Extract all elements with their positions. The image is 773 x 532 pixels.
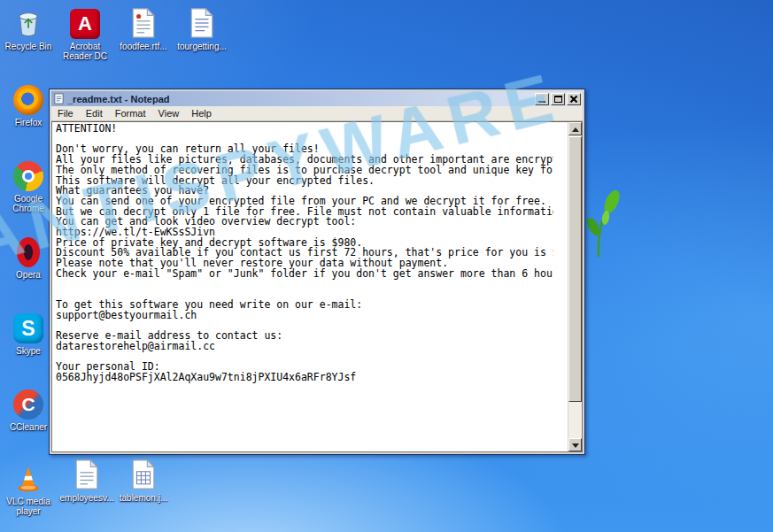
desktop-icon-label: employeesv...: [58, 493, 115, 503]
rtf-document-icon: [131, 7, 156, 39]
document-icon: [131, 459, 156, 490]
icon-art-wrap: [58, 455, 115, 490]
desktop-icon-foodfee-rtf[interactable]: foodfee.rtf...: [115, 4, 172, 51]
desktop-icon-label: tourgetting...: [174, 42, 230, 51]
notepad-menubar: File Edit Format View Help: [51, 106, 583, 121]
minimize-button[interactable]: [535, 93, 549, 105]
menu-view[interactable]: View: [152, 107, 186, 120]
ccleaner-icon: C: [13, 389, 43, 420]
menu-file[interactable]: File: [51, 107, 80, 120]
maximize-button[interactable]: [551, 93, 565, 105]
close-button[interactable]: [567, 93, 581, 105]
desktop-icon-label: VLC media player: [0, 497, 57, 516]
firefox-icon: [13, 85, 43, 115]
desktop: Recycle Bin A Acrobat Reader DC foodfee.…: [0, 0, 773, 532]
icon-art-wrap: [174, 4, 230, 39]
opera-icon: [17, 237, 40, 267]
menu-format[interactable]: Format: [109, 107, 152, 120]
window-controls: [535, 93, 581, 105]
icon-art-wrap: [0, 459, 57, 494]
desktop-icon-tourgetting[interactable]: tourgetting...: [174, 4, 230, 51]
desktop-icon-label: tablemon.j...: [115, 493, 172, 503]
desktop-icon-vlc[interactable]: VLC media player: [0, 459, 57, 516]
desktop-icon-label: Recycle Bin: [0, 42, 57, 51]
icon-art-wrap: [0, 4, 57, 39]
chrome-icon-dot: [25, 173, 32, 180]
document-icon: [74, 459, 99, 490]
notepad-titlebar[interactable]: _readme.txt - Notepad: [51, 91, 583, 106]
window-title: _readme.txt - Notepad: [67, 94, 532, 104]
vlc-icon: [13, 464, 43, 494]
icon-art-wrap: [115, 4, 172, 39]
arrow-down-icon: [572, 443, 579, 448]
desktop-icon-label: foodfee.rtf...: [115, 42, 172, 51]
minimize-icon: [538, 101, 545, 103]
scroll-down-button[interactable]: [568, 438, 582, 451]
icon-art-wrap: A: [57, 4, 113, 39]
icon-art-wrap: [115, 455, 172, 490]
acrobat-icon: A: [70, 9, 100, 39]
desktop-icon-tablemon[interactable]: tablemon.j...: [115, 455, 172, 503]
scroll-up-button[interactable]: [568, 122, 582, 135]
menu-edit[interactable]: Edit: [80, 107, 109, 120]
desktop-icon-recycle-bin[interactable]: Recycle Bin: [0, 4, 57, 51]
notepad-client-area: ATTENTION! Don't worry, you can return a…: [51, 121, 583, 452]
desktop-icon-label: Acrobat Reader DC: [57, 42, 113, 61]
notepad-icon: [53, 93, 65, 104]
desktop-icon-acrobat-reader[interactable]: A Acrobat Reader DC: [57, 4, 113, 61]
desktop-icon-employeesv[interactable]: employeesv...: [58, 455, 115, 503]
maximize-icon: [554, 96, 562, 103]
document-icon: [189, 7, 214, 39]
scrollbar-thumb[interactable]: [568, 136, 582, 402]
vertical-scrollbar[interactable]: [568, 122, 582, 451]
skype-icon: S: [13, 313, 43, 343]
recycle-bin-icon: [13, 7, 43, 39]
menu-help[interactable]: Help: [185, 107, 218, 120]
arrow-up-icon: [572, 127, 579, 132]
notepad-window: _readme.txt - Notepad File Edit Format V…: [49, 89, 585, 455]
chrome-icon: [13, 161, 43, 191]
notepad-text[interactable]: ATTENTION! Don't worry, you can return a…: [52, 122, 553, 451]
